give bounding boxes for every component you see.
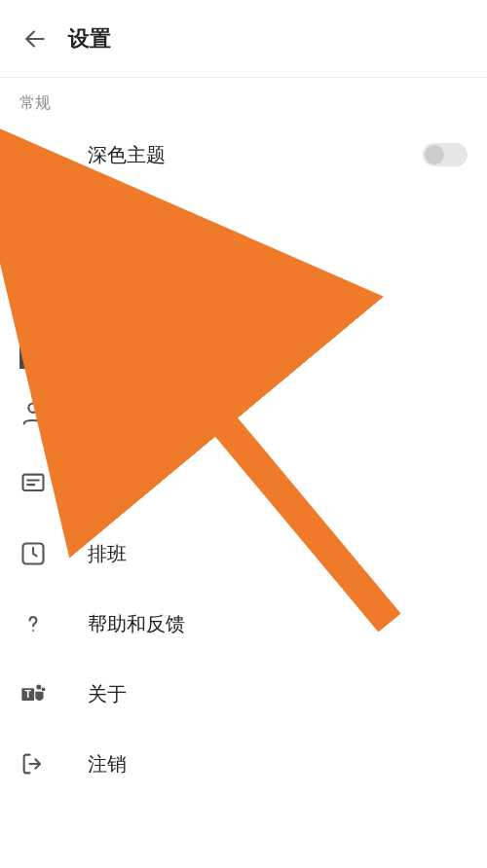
- redacted-block: [195, 340, 224, 369]
- item-label: 个人资料: [88, 401, 166, 427]
- svg-text:T: T: [25, 688, 32, 700]
- item-signout[interactable]: 注销: [0, 729, 487, 799]
- item-help[interactable]: 帮助和反馈: [0, 589, 487, 659]
- svg-point-7: [28, 404, 37, 413]
- item-label: 排班: [88, 541, 127, 567]
- message-icon: [19, 470, 47, 497]
- svg-point-12: [32, 630, 34, 632]
- item-label: 消息: [88, 471, 127, 497]
- item-data-storage[interactable]: 数据和存储: [0, 260, 487, 330]
- item-label: 关于: [88, 681, 127, 707]
- arrow-left-icon: [22, 26, 48, 52]
- svg-rect-8: [23, 475, 44, 490]
- item-label: 深色主题: [88, 142, 166, 168]
- item-label: 通知: [88, 212, 127, 238]
- redacted-block: [136, 340, 166, 369]
- person-icon: [19, 400, 47, 427]
- svg-point-16: [42, 687, 46, 691]
- clock-square-icon: [19, 540, 47, 567]
- item-profile[interactable]: 个人资料: [0, 379, 487, 449]
- back-button[interactable]: [19, 23, 51, 54]
- item-notifications[interactable]: 通知: [0, 190, 487, 260]
- redacted-section: [0, 330, 487, 379]
- item-messages[interactable]: 消息: [0, 449, 487, 519]
- item-shifts[interactable]: 排班: [0, 519, 487, 589]
- data-icon: [19, 281, 47, 308]
- redacted-block: [19, 340, 49, 369]
- moon-icon: [19, 141, 47, 168]
- item-about[interactable]: T 关于: [0, 659, 487, 729]
- redacted-block: [78, 340, 107, 369]
- item-label: 数据和存储: [88, 282, 185, 308]
- teams-icon: T: [19, 680, 47, 707]
- dark-theme-toggle[interactable]: [423, 143, 468, 166]
- help-icon: [19, 610, 47, 637]
- header: 设置: [0, 0, 487, 78]
- section-label-general: 常规: [0, 78, 487, 120]
- svg-point-15: [36, 684, 41, 689]
- item-label: 帮助和反馈: [88, 611, 185, 637]
- bell-icon: [19, 211, 47, 238]
- item-dark-theme[interactable]: 深色主题: [0, 120, 487, 190]
- item-label: 注销: [88, 751, 127, 778]
- signout-icon: [19, 750, 47, 778]
- page-title: 设置: [68, 24, 111, 54]
